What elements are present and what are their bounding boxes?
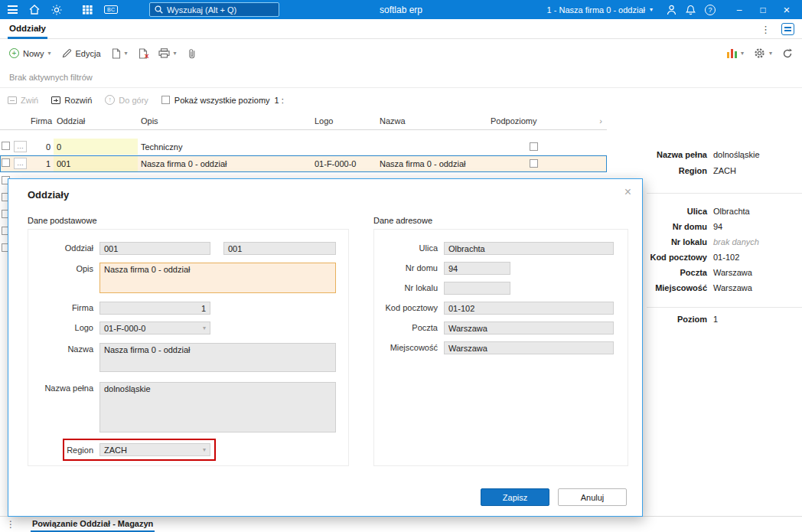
attachment-button[interactable] — [187, 48, 197, 59]
field-label: Firma — [28, 302, 93, 312]
detail-label: Poczta — [647, 265, 707, 280]
column-header-opis[interactable]: Opis — [138, 112, 311, 129]
show-all-levels-checkbox[interactable] — [161, 96, 170, 104]
cancel-button[interactable]: Anuluj — [558, 488, 627, 506]
levels-value[interactable]: 1 : — [275, 96, 284, 105]
form-row-nazwa-pelna: Nazwa pełna dolnośląskie — [28, 382, 348, 432]
tab-powiazanie-oddzial-magazyn[interactable]: Powiązanie Oddział - Magazyn — [31, 517, 155, 532]
column-header-podpoziomy[interactable]: Podpoziomy — [487, 112, 579, 129]
detail-row: Nr lokalu brak danych — [647, 234, 802, 250]
filter-bar: Brak aktywnych filtrów — [0, 67, 802, 88]
bell-icon[interactable] — [686, 5, 696, 15]
user-icon[interactable] — [667, 5, 676, 15]
document-button[interactable]: ▾ — [112, 48, 128, 59]
nr-domu-field[interactable]: 94 — [444, 262, 510, 275]
section-dane-podstawowe: Dane podstawowe Oddział 001 001 Opis Nas… — [28, 216, 349, 466]
toolbar-right: ▾ ▾ — [727, 47, 793, 59]
save-button[interactable]: Zapisz — [481, 488, 549, 506]
field-label: Nazwa — [28, 343, 93, 354]
topbar: BC Wyszukaj (Alt + Q) softlab erp 1 - Na… — [0, 0, 802, 19]
miejscowosc-field[interactable]: Warszawa — [444, 341, 614, 354]
form-row-opis: Opis Nasza firma 0 - oddział — [28, 263, 348, 293]
expand-button[interactable]: Rozwiń — [51, 96, 92, 105]
podpoziomy-checkbox[interactable] — [530, 159, 538, 168]
tree-toolbar: Zwiń Rozwiń ↑ Do góry Pokaż wszystkie po… — [0, 88, 607, 112]
dialog-buttons: Zapisz Anuluj — [481, 488, 627, 506]
row-more-button[interactable]: … — [14, 141, 27, 152]
kod-pocztowy-field[interactable]: 01-102 — [444, 302, 614, 315]
company-context-selector[interactable]: 1 - Nasza firma 0 - oddział ▾ — [547, 5, 653, 15]
filter-status-text: Brak aktywnych filtrów — [9, 73, 93, 82]
nr-lokalu-field[interactable] — [444, 282, 510, 295]
delete-document-button[interactable]: × — [139, 48, 148, 59]
detail-row: Poziom 1 — [647, 312, 802, 327]
opis-field[interactable]: Nasza firma 0 - oddział — [99, 263, 336, 293]
detail-row: Kod pocztowy 01-102 — [647, 250, 802, 265]
row-select-checkbox[interactable] — [2, 158, 10, 167]
chevron-down-icon: ▾ — [48, 50, 51, 57]
region-select[interactable]: ZACH ▾ — [99, 443, 210, 456]
refresh-button[interactable] — [782, 48, 793, 59]
settings-button[interactable]: ▾ — [754, 47, 772, 59]
new-button[interactable]: + Nowy ▾ — [9, 48, 51, 58]
chart-view-button[interactable]: ▾ — [727, 49, 744, 58]
search-input[interactable]: Wyszukaj (Alt + Q) — [149, 2, 279, 17]
row-select-checkbox[interactable] — [2, 142, 10, 150]
apps-grid-icon[interactable] — [83, 5, 93, 15]
detail-label: Poziom — [647, 312, 707, 327]
close-button[interactable]: × — [778, 3, 796, 16]
grid-spacer-row — [0, 130, 607, 139]
table-row-selected[interactable]: … 1 001 Nasza firma 0 - oddział 01-F-000… — [0, 155, 607, 172]
collapse-button[interactable]: Zwiń — [8, 96, 38, 105]
detail-value: dolnośląskie — [713, 147, 760, 163]
more-vertical-icon[interactable]: ⋮ — [761, 24, 771, 35]
field-label: Ulica — [374, 242, 438, 253]
minimize-button[interactable]: – — [730, 5, 748, 15]
dialog-close-icon[interactable]: × — [624, 185, 631, 199]
dialog-title: Oddziały — [28, 189, 69, 201]
column-header-nazwa[interactable]: Nazwa — [377, 112, 487, 129]
form-row-ulica: Ulica Olbrachta — [374, 242, 628, 255]
maximize-button[interactable]: □ — [754, 5, 772, 15]
company-context-label: 1 - Nasza firma 0 - oddział — [547, 5, 645, 15]
home-icon[interactable] — [29, 5, 40, 15]
podpoziomy-checkbox[interactable] — [530, 142, 538, 151]
form-row-nr-domu: Nr domu 94 — [374, 262, 628, 275]
detail-value: 94 — [713, 219, 722, 234]
field-label: Nr lokalu — [374, 282, 438, 292]
print-button[interactable]: ▾ — [158, 48, 177, 58]
ulica-field[interactable]: Olbrachta — [444, 242, 614, 255]
header-expander-icon[interactable]: › — [599, 116, 602, 126]
go-to-top-button[interactable]: ↑ Do góry — [105, 95, 148, 105]
cell-firma: 1 — [28, 159, 54, 168]
chart-columns-icon — [727, 49, 737, 58]
chat-icon[interactable] — [781, 23, 794, 35]
table-row[interactable]: … 0 0 Techniczny — [0, 139, 607, 155]
form-row-poczta: Poczta Warszawa — [374, 321, 628, 335]
tab-oddzialy[interactable]: Oddziały — [8, 19, 47, 39]
brightness-icon[interactable] — [51, 5, 62, 15]
firma-field[interactable]: 1 — [99, 302, 210, 315]
logo-select-value: 01-F-000-0 — [104, 324, 145, 333]
row-more-button[interactable]: … — [14, 158, 27, 169]
chevron-down-icon: ▾ — [203, 325, 206, 331]
chevron-down-icon: ▾ — [125, 50, 128, 57]
bc-badge-icon[interactable]: BC — [104, 5, 118, 14]
field-label: Nr domu — [374, 262, 438, 273]
column-header-firma[interactable]: Firma — [28, 112, 54, 129]
logo-select[interactable]: 01-F-000-0 ▾ — [99, 321, 210, 335]
search-placeholder: Wyszukaj (Alt + Q) — [167, 5, 236, 15]
help-icon[interactable]: ? — [705, 5, 716, 15]
oddzial-field-2[interactable]: 001 — [223, 242, 336, 255]
column-header-oddzial[interactable]: Oddział — [54, 112, 138, 129]
poczta-field[interactable]: Warszawa — [444, 321, 614, 335]
oddzial-field-1[interactable]: 001 — [99, 242, 210, 255]
menu-icon[interactable] — [8, 5, 18, 14]
nazwa-field[interactable]: Nasza firma 0 - oddział — [99, 343, 336, 372]
edit-button[interactable]: Edycja — [62, 48, 101, 58]
more-vertical-icon[interactable]: ⋮ — [6, 519, 15, 530]
column-header-logo[interactable]: Logo — [311, 112, 377, 129]
chevron-down-icon: ▾ — [741, 50, 744, 57]
detail-row: Poczta Warszawa — [647, 265, 802, 280]
nazwa-pelna-field[interactable]: dolnośląskie — [99, 382, 336, 432]
